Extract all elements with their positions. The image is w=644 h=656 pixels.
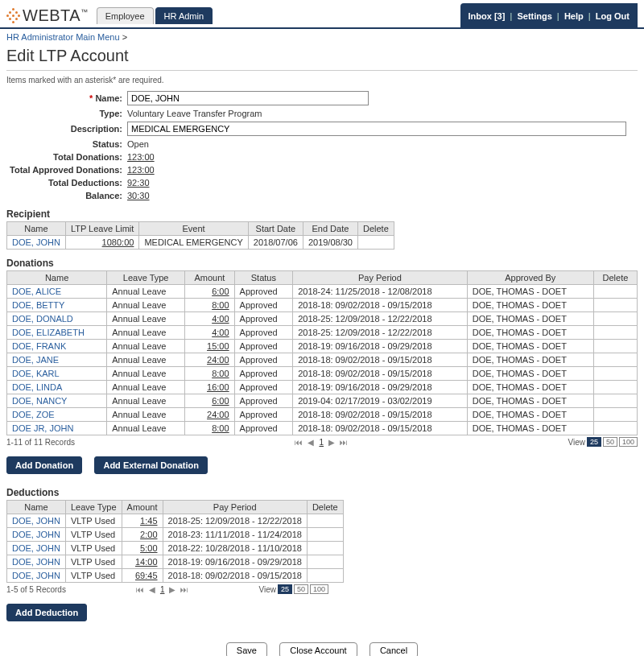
- cell-delete[interactable]: [593, 326, 637, 340]
- col-header: Delete: [307, 501, 343, 514]
- cell-delete[interactable]: [307, 569, 343, 583]
- cell-delete[interactable]: [593, 422, 637, 435]
- close-account-button[interactable]: Close Account: [279, 642, 357, 656]
- table-row: DOE JR, JOHNAnnual Leave8:00Approved2018…: [7, 422, 638, 435]
- deductions-count: 1-5 of 5 Records: [6, 585, 66, 594]
- donation-name-link[interactable]: DOE, NANCY: [12, 396, 67, 406]
- breadcrumb-link[interactable]: HR Administrator Main Menu: [6, 32, 120, 42]
- cell-amount: 6:00: [212, 287, 229, 296]
- donation-name-link[interactable]: DOE, DONALD: [12, 314, 73, 324]
- pager-first-icon[interactable]: ⏮: [136, 585, 144, 594]
- cell-delete[interactable]: [593, 408, 637, 422]
- col-header: LTP Leave Limit: [65, 222, 138, 236]
- pager-next-icon[interactable]: ▶: [169, 585, 175, 594]
- add-external-donation-button[interactable]: Add External Donation: [94, 456, 208, 474]
- cell-leave-type: VLTP Used: [65, 555, 122, 569]
- cell-leave-type: Annual Leave: [107, 340, 185, 353]
- deductions-table: NameLeave TypeAmountPay PeriodDelete DOE…: [6, 500, 344, 583]
- col-header: Pay Period: [163, 501, 307, 514]
- cell-delete[interactable]: [307, 542, 343, 555]
- cell-delete[interactable]: [593, 353, 637, 367]
- recipient-name-link[interactable]: DOE, JOHN: [12, 237, 60, 247]
- view-25[interactable]: 25: [278, 584, 292, 594]
- cell-delete[interactable]: [307, 528, 343, 542]
- pager-last-icon[interactable]: ⏭: [180, 585, 188, 594]
- col-header: Status: [234, 271, 293, 285]
- title-divider: [6, 70, 638, 71]
- deduction-name-link[interactable]: DOE, JOHN: [12, 557, 60, 567]
- action-buttons: Save Close Account Cancel: [0, 642, 644, 656]
- cell-status: Approved: [234, 340, 293, 353]
- donations-table: NameLeave TypeAmountStatusPay PeriodAppr…: [6, 270, 638, 435]
- pager-prev-icon[interactable]: ◀: [308, 438, 314, 447]
- cell-approved-by: DOE, THOMAS - DOET: [467, 408, 593, 422]
- cell-delete[interactable]: [357, 236, 394, 250]
- link-settings[interactable]: Settings: [517, 11, 551, 21]
- cell-status: Approved: [234, 367, 293, 381]
- deductions-pager: ⏮ ◀ 1 ▶ ⏭: [66, 585, 259, 594]
- cell-delete[interactable]: [307, 514, 343, 528]
- cell-status: Approved: [234, 408, 293, 422]
- recipient-table: NameLTP Leave LimitEventStart DateEnd Da…: [6, 221, 394, 250]
- tab-hr-admin[interactable]: HR Admin: [155, 7, 213, 24]
- add-deduction-button[interactable]: Add Deduction: [6, 604, 87, 621]
- deduction-name-link[interactable]: DOE, JOHN: [12, 571, 60, 580]
- pager-next-icon[interactable]: ▶: [328, 438, 335, 447]
- deduction-name-link[interactable]: DOE, JOHN: [12, 530, 60, 539]
- donation-name-link[interactable]: DOE, KARL: [12, 369, 60, 378]
- cell-amount: 24:00: [207, 355, 229, 365]
- view-50[interactable]: 50: [603, 437, 617, 447]
- view-50[interactable]: 50: [294, 584, 308, 594]
- cell-delete[interactable]: [593, 340, 637, 353]
- pager-first-icon[interactable]: ⏮: [295, 438, 303, 447]
- cell-delete[interactable]: [593, 367, 637, 381]
- save-button[interactable]: Save: [226, 642, 267, 656]
- input-name[interactable]: [127, 91, 369, 105]
- tab-employee[interactable]: Employee: [97, 7, 154, 24]
- donations-footer: 1-11 of 11 Records ⏮ ◀ 1 ▶ ⏭ View 25 50 …: [6, 437, 638, 447]
- link-inbox[interactable]: Inbox [3]: [469, 11, 506, 21]
- donation-name-link[interactable]: DOE, ALICE: [12, 287, 61, 296]
- cell-approved-by: DOE, THOMAS - DOET: [467, 340, 593, 353]
- cancel-button[interactable]: Cancel: [369, 642, 418, 656]
- link-help[interactable]: Help: [564, 11, 584, 21]
- pager-current: 1: [160, 585, 165, 594]
- donation-name-link[interactable]: DOE, ELIZABETH: [12, 328, 85, 337]
- cell-delete[interactable]: [593, 312, 637, 326]
- breadcrumb: HR Administrator Main Menu >: [0, 29, 644, 45]
- cell-leave-type: Annual Leave: [107, 353, 185, 367]
- breadcrumb-sep: >: [122, 32, 127, 42]
- deduction-name-link[interactable]: DOE, JOHN: [12, 516, 60, 526]
- cell-pay-period: 2018-25: 12/09/2018 - 12/22/2018: [293, 312, 468, 326]
- donation-name-link[interactable]: DOE, FRANK: [12, 341, 66, 351]
- donation-name-link[interactable]: DOE, LINDA: [12, 382, 62, 392]
- pager-last-icon[interactable]: ⏭: [340, 438, 348, 447]
- cell-amount: 8:00: [212, 300, 229, 310]
- link-logout[interactable]: Log Out: [596, 11, 630, 21]
- table-row: DOE, JOHNVLTP Used5:002018-22: 10/28/201…: [7, 542, 344, 555]
- cell-delete[interactable]: [593, 285, 637, 299]
- deduction-buttons: Add Deduction: [0, 599, 644, 626]
- cell-delete[interactable]: [307, 555, 343, 569]
- cell-delete[interactable]: [593, 299, 637, 312]
- cell-leave-type: VLTP Used: [65, 569, 122, 583]
- donation-name-link[interactable]: DOE JR, JOHN: [12, 423, 73, 433]
- logo-text-main: WEBTA: [23, 6, 80, 24]
- view-100[interactable]: 100: [310, 584, 328, 594]
- add-donation-button[interactable]: Add Donation: [6, 456, 82, 474]
- col-header: Pay Period: [293, 271, 468, 285]
- cell-amount: 16:00: [207, 382, 229, 392]
- donation-name-link[interactable]: DOE, ZOE: [12, 410, 55, 419]
- deduction-name-link[interactable]: DOE, JOHN: [12, 543, 60, 553]
- cell-leave-type: Annual Leave: [107, 422, 185, 435]
- cell-delete[interactable]: [593, 394, 637, 408]
- label-balance: Balance:: [6, 191, 127, 200]
- donation-name-link[interactable]: DOE, JANE: [12, 355, 59, 365]
- input-description[interactable]: [127, 122, 626, 136]
- view-25[interactable]: 25: [587, 437, 601, 447]
- donation-name-link[interactable]: DOE, BETTY: [12, 300, 64, 310]
- pager-prev-icon[interactable]: ◀: [149, 585, 155, 594]
- col-header: Approved By: [467, 271, 593, 285]
- cell-delete[interactable]: [593, 381, 637, 394]
- view-100[interactable]: 100: [619, 437, 638, 447]
